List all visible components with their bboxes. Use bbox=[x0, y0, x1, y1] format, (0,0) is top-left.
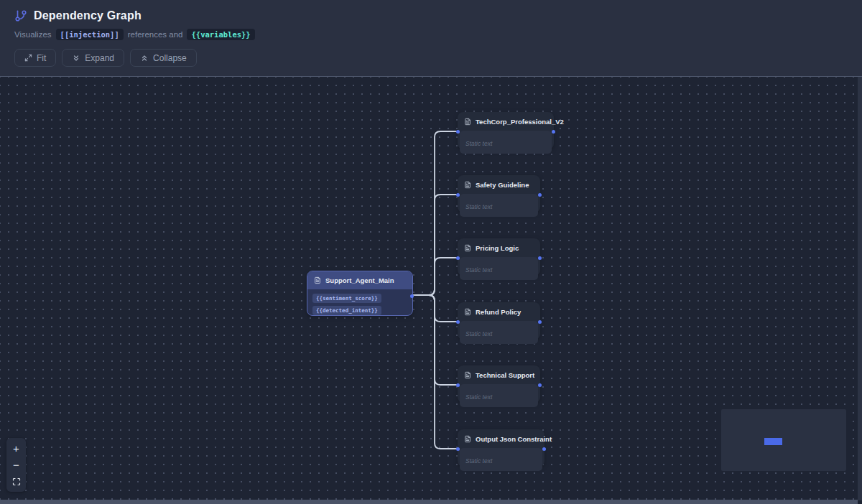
node-handle-right[interactable] bbox=[538, 256, 542, 260]
node-title: TechCorp_Professional_V2 bbox=[476, 118, 564, 126]
node-title: Technical Support bbox=[476, 371, 534, 379]
minus-icon: − bbox=[13, 459, 19, 471]
node-handle-left[interactable] bbox=[456, 383, 460, 387]
zoom-in-button[interactable]: + bbox=[6, 440, 26, 457]
file-text-icon bbox=[464, 244, 471, 252]
node-handle-right[interactable] bbox=[538, 383, 542, 387]
page-title: Dependency Graph bbox=[34, 9, 142, 22]
node-handle-right[interactable] bbox=[538, 320, 542, 324]
chevrons-up-icon bbox=[140, 54, 149, 62]
maximize-diagonal-icon bbox=[24, 54, 32, 62]
node-handle-left[interactable] bbox=[456, 193, 460, 197]
node-handle-left[interactable] bbox=[456, 320, 460, 324]
subtitle-prefix: Visualizes bbox=[14, 30, 52, 39]
fit-button-label: Fit bbox=[37, 53, 46, 63]
graph-node-source[interactable]: Support_Agent_Main {{sentiment_score}} {… bbox=[307, 271, 413, 316]
variables-token-chip: {{variables}} bbox=[187, 29, 254, 40]
chevrons-down-icon bbox=[72, 54, 80, 62]
node-title: Support_Agent_Main bbox=[325, 276, 394, 284]
file-text-icon bbox=[464, 371, 471, 379]
git-branch-icon bbox=[14, 9, 27, 22]
node-static-text: Static text bbox=[465, 330, 492, 337]
node-handle-left[interactable] bbox=[456, 447, 460, 451]
subtitle: Visualizes [[injection]] references and … bbox=[0, 22, 862, 40]
edge bbox=[414, 258, 458, 295]
node-title: Safety Guideline bbox=[476, 181, 529, 189]
minimap[interactable] bbox=[721, 409, 846, 471]
node-handle-right[interactable] bbox=[542, 447, 546, 451]
collapse-button[interactable]: Collapse bbox=[130, 49, 197, 67]
edge bbox=[414, 131, 458, 295]
zoom-controls: + − bbox=[6, 438, 26, 492]
edge bbox=[414, 195, 458, 295]
graph-node[interactable]: Pricing Logic Static text bbox=[458, 238, 540, 276]
minimap-viewport[interactable] bbox=[764, 438, 782, 445]
graph-node[interactable]: Output Json Constraint Static text bbox=[458, 429, 544, 467]
zoom-out-button[interactable]: − bbox=[6, 457, 26, 473]
edge bbox=[414, 295, 458, 449]
node-title: Pricing Logic bbox=[476, 244, 519, 252]
node-handle-right[interactable] bbox=[410, 294, 414, 298]
plus-icon: + bbox=[13, 442, 19, 454]
fit-button[interactable]: Fit bbox=[14, 49, 56, 67]
node-handle-left[interactable] bbox=[456, 130, 460, 134]
graph-node[interactable]: Safety Guideline Static text bbox=[458, 175, 540, 213]
horizontal-scrollbar[interactable] bbox=[0, 500, 858, 504]
node-static-text: Static text bbox=[465, 393, 492, 401]
file-text-icon bbox=[464, 118, 471, 126]
node-title: Output Json Constraint bbox=[476, 435, 552, 443]
collapse-button-label: Collapse bbox=[153, 53, 187, 63]
file-text-icon bbox=[464, 435, 471, 443]
panel-header: Dependency Graph Visualizes [[injection]… bbox=[0, 0, 862, 76]
edge bbox=[414, 295, 458, 385]
expand-button-label: Expand bbox=[85, 53, 114, 63]
node-static-text: Static text bbox=[465, 140, 492, 147]
node-handle-right[interactable] bbox=[538, 193, 542, 197]
graph-node[interactable]: TechCorp_Professional_V2 Static text bbox=[458, 112, 554, 149]
node-handle-right[interactable] bbox=[552, 130, 555, 134]
graph-node[interactable]: Technical Support Static text bbox=[458, 365, 540, 403]
node-handle-left[interactable] bbox=[456, 256, 460, 260]
file-text-icon bbox=[464, 308, 471, 316]
variable-chip: {{detected_intent}} bbox=[312, 306, 381, 315]
file-text-icon bbox=[464, 181, 471, 189]
file-text-icon bbox=[314, 276, 321, 284]
graph-node[interactable]: Refund Policy Static text bbox=[458, 302, 540, 340]
expand-button[interactable]: Expand bbox=[62, 49, 124, 67]
edge bbox=[414, 295, 458, 322]
node-static-text: Static text bbox=[465, 457, 492, 465]
node-static-text: Static text bbox=[465, 203, 492, 210]
variable-chip: {{sentiment_score}} bbox=[312, 294, 381, 303]
node-static-text: Static text bbox=[465, 266, 492, 274]
vertical-scrollbar[interactable] bbox=[858, 77, 862, 500]
node-title: Refund Policy bbox=[476, 308, 521, 316]
graph-canvas[interactable]: Support_Agent_Main {{sentiment_score}} {… bbox=[0, 76, 862, 504]
fit-view-icon bbox=[12, 477, 21, 486]
injection-token-chip: [[injection]] bbox=[56, 29, 124, 40]
fit-view-button[interactable] bbox=[6, 473, 26, 490]
subtitle-middle: references and bbox=[128, 30, 183, 39]
